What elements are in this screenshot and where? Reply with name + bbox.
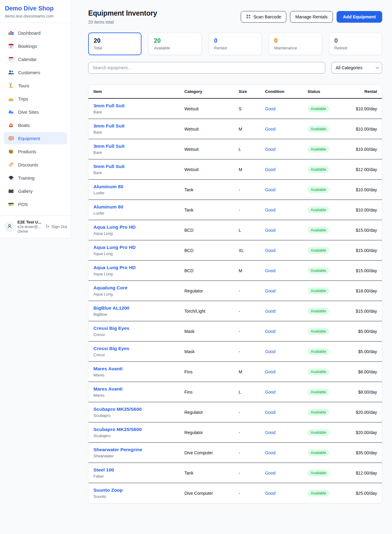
sidebar-item-dive-sites[interactable]: Dive Sites <box>4 106 67 118</box>
page-header-text: Equipment Inventory 20 items total <box>88 9 157 25</box>
sidebar-item-products[interactable]: Products <box>4 145 67 158</box>
item-name-link[interactable]: Aqua Lung Pro HD <box>93 224 175 230</box>
item-name-link[interactable]: 5mm Full Suit <box>93 164 175 169</box>
item-name-link[interactable]: Scubapro MK25/S600 <box>93 406 175 412</box>
condition-cell: Good <box>260 200 303 220</box>
item-name-link[interactable]: Mares Avanti <box>93 386 175 392</box>
sidebar-item-pos[interactable]: POS <box>4 198 67 210</box>
condition-link[interactable]: Good <box>265 167 275 172</box>
condition-link[interactable]: Good <box>265 228 275 233</box>
user-role: Owner <box>17 229 43 234</box>
sidebar-item-discounts[interactable]: Discounts <box>4 158 67 171</box>
condition-link[interactable]: Good <box>265 491 275 496</box>
item-name-link[interactable]: Aqua Lung Pro HD <box>93 265 175 270</box>
search-input[interactable] <box>88 62 325 74</box>
item-name-link[interactable]: Suunto Zoop <box>93 487 175 493</box>
stat-label: Retired <box>334 46 377 50</box>
table-row: Aluminum 80 Luxfer Tank - Good Available… <box>89 180 382 200</box>
condition-cell: Good <box>260 119 303 139</box>
condition-link[interactable]: Good <box>265 288 275 293</box>
stat-card-available[interactable]: 20 Available <box>148 32 202 55</box>
sidebar-item-equipment[interactable]: Equipment <box>4 132 67 144</box>
condition-link[interactable]: Good <box>265 329 275 334</box>
condition-cell: Good <box>260 463 303 483</box>
qr-scan-icon <box>246 14 251 20</box>
size-cell: - <box>234 281 260 301</box>
sidebar-item-boats[interactable]: Boats <box>4 119 67 131</box>
condition-link[interactable]: Good <box>265 369 275 374</box>
stat-card-maintenance[interactable]: 0 Maintenance <box>269 32 322 55</box>
condition-link[interactable]: Good <box>265 127 275 132</box>
item-name-link[interactable]: Aluminum 80 <box>93 184 175 189</box>
item-name-link[interactable]: Shearwater Peregrine <box>93 447 175 452</box>
item-name-link[interactable]: 3mm Full Suit <box>93 143 175 149</box>
page-title: Equipment Inventory <box>88 9 157 17</box>
sidebar-item-label: Discounts <box>18 162 38 167</box>
sidebar-item-label: Equipment <box>18 136 40 141</box>
column-header-status: Status <box>303 85 344 98</box>
add-equipment-label: Add Equipment <box>343 14 376 19</box>
category-cell: BCD <box>179 220 234 240</box>
sidebar-item-customers[interactable]: Customers <box>4 66 67 78</box>
manage-rentals-button[interactable]: Manage Rentals <box>290 11 333 23</box>
item-name-link[interactable]: Steel 100 <box>93 467 175 473</box>
item-name-link[interactable]: BigBlue AL1200 <box>93 305 175 311</box>
sidebar: Demo Dive Shop demo.test.divestreams.com… <box>0 0 71 238</box>
condition-link[interactable]: Good <box>265 248 275 253</box>
category-select[interactable]: All Categories <box>331 62 382 74</box>
sidebar-item-calendar[interactable]: Calendar <box>4 53 67 65</box>
rental-cell: $12.00/day <box>344 463 382 483</box>
item-name-link[interactable]: Cressi Big Eyes <box>93 346 175 351</box>
item-name-link[interactable]: Scubapro MK25/S600 <box>93 427 175 432</box>
size-cell: - <box>234 341 260 362</box>
condition-cell: Good <box>260 422 303 443</box>
item-name-link[interactable]: Cressi Big Eyes <box>93 326 175 331</box>
add-equipment-button[interactable]: Add Equipment <box>337 11 382 23</box>
item-name-link[interactable]: Aqualung Core <box>93 285 175 291</box>
sidebar-item-training[interactable]: Training <box>4 172 67 184</box>
condition-cell: Good <box>260 341 303 362</box>
sidebar-item-tours[interactable]: Tours <box>4 79 67 92</box>
svg-text:17: 17 <box>10 45 12 48</box>
condition-link[interactable]: Good <box>265 410 275 415</box>
item-cell: Steel 100 Faber <box>89 463 179 483</box>
condition-link[interactable]: Good <box>265 450 275 455</box>
item-cell: Aqua Lung Pro HD Aqua Lung <box>89 220 179 240</box>
condition-link[interactable]: Good <box>265 187 275 192</box>
condition-link[interactable]: Good <box>265 471 275 475</box>
item-name-link[interactable]: Mares Avanti <box>93 366 175 372</box>
rental-cell: $20.00/day <box>344 422 382 443</box>
condition-link[interactable]: Good <box>265 309 275 314</box>
condition-link[interactable]: Good <box>265 106 275 111</box>
column-header-rental: Rental <box>344 85 382 98</box>
condition-link[interactable]: Good <box>265 268 275 273</box>
condition-link[interactable]: Good <box>265 208 275 212</box>
item-brand: Mares <box>93 393 175 398</box>
stat-card-rented[interactable]: 0 Rented <box>209 32 262 55</box>
status-cell: Available <box>303 382 344 402</box>
stat-label: Maintenance <box>274 46 316 50</box>
item-cell: 5mm Full Suit Bare <box>89 159 179 180</box>
category-cell: Dive Computer <box>179 483 234 503</box>
table-row: BigBlue AL1200 BigBlue Torch/Light - Goo… <box>89 301 382 321</box>
item-name-link[interactable]: 3mm Full Suit <box>93 123 175 129</box>
sailboat-icon <box>8 122 14 128</box>
sign-out-button[interactable]: Sign Out <box>45 224 67 230</box>
sidebar-item-gallery[interactable]: Gallery <box>4 185 67 197</box>
stat-card-retired[interactable]: 0 Retired <box>329 32 382 55</box>
item-name-link[interactable]: 3mm Full Suit <box>93 103 175 109</box>
scan-barcode-button[interactable]: Scan Barcode <box>241 11 286 23</box>
condition-link[interactable]: Good <box>265 349 275 354</box>
table-row: Aqua Lung Pro HD Aqua Lung BCD L Good Av… <box>89 220 382 240</box>
condition-link[interactable]: Good <box>265 430 275 435</box>
stat-card-total[interactable]: 20 Total <box>88 32 141 55</box>
item-name-link[interactable]: Aqua Lung Pro HD <box>93 245 175 250</box>
sidebar-item-dashboard[interactable]: Dashboard <box>4 27 67 39</box>
status-cell: Available <box>303 443 344 463</box>
item-name-link[interactable]: Aluminum 80 <box>93 204 175 210</box>
sidebar-item-bookings[interactable]: 17 Bookings <box>4 40 67 52</box>
condition-link[interactable]: Good <box>265 390 275 395</box>
sidebar-item-trips[interactable]: Trips <box>4 93 67 105</box>
condition-link[interactable]: Good <box>265 147 275 152</box>
status-cell: Available <box>303 483 344 503</box>
